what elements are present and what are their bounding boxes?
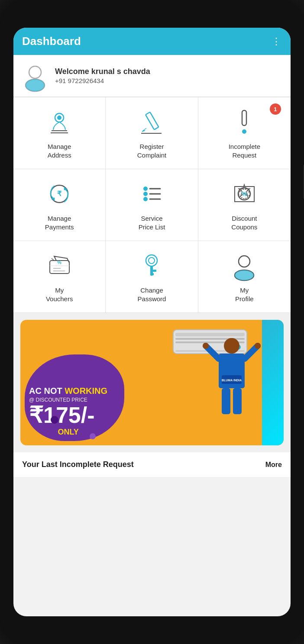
svg-rect-51 — [222, 388, 230, 414]
header: Dashboard ⋮ — [13, 28, 291, 55]
bottom-section: Your Last Incomplete Request More — [13, 452, 291, 477]
last-incomplete-title: Your Last Incomplete Request — [22, 460, 134, 469]
grid-item-manage-payments[interactable]: ₹ ManagePayments — [13, 169, 106, 241]
svg-point-43 — [224, 338, 239, 354]
header-title: Dashboard — [22, 35, 81, 48]
svg-point-14 — [143, 187, 148, 191]
svg-rect-10 — [242, 110, 246, 126]
grid-item-service-price-list[interactable]: ServicePrice List — [106, 169, 198, 241]
more-menu-button[interactable]: ⋮ — [272, 36, 282, 47]
svg-point-50 — [255, 343, 261, 349]
svg-text:BLUMA INDIA: BLUMA INDIA — [222, 379, 242, 382]
user-phone: +91 9722926434 — [55, 77, 150, 84]
worker-figure: BLUMA INDIA — [204, 337, 260, 434]
svg-point-49 — [203, 343, 209, 349]
svg-rect-33 — [150, 273, 154, 275]
user-section: Welcome krunal s chavda +91 9722926434 — [13, 55, 291, 97]
grid-item-change-password[interactable]: ChangePassword — [106, 241, 198, 313]
list-icon — [136, 179, 167, 209]
manage-payments-label: ManagePayments — [45, 214, 74, 231]
exclamation-icon — [229, 107, 259, 137]
banner-subtext: @ DISCOUNTED PRICE — [29, 397, 107, 403]
svg-point-11 — [242, 129, 246, 134]
svg-text:%: % — [57, 260, 61, 265]
rupee-cycle-icon: ₹ — [44, 179, 74, 209]
my-profile-label: MyProfile — [235, 286, 254, 303]
grid-item-incomplete-request[interactable]: 1 IncompleteRequest — [198, 97, 291, 169]
user-name: Welcome krunal s chavda — [55, 67, 150, 76]
my-vouchers-label: MyVouchers — [46, 286, 73, 303]
avatar — [22, 63, 48, 89]
svg-rect-52 — [233, 388, 242, 414]
register-complaint-label: RegisterComplaint — [137, 142, 167, 159]
banner-price: ₹175/- — [29, 403, 107, 428]
svg-point-18 — [143, 197, 148, 201]
phone-frame: Dashboard ⋮ Welcome krunal s chavda +91 … — [0, 0, 304, 644]
svg-point-34 — [239, 256, 250, 267]
svg-rect-7 — [146, 112, 158, 130]
profile-icon — [229, 251, 259, 281]
discount-coupons-label: DiscountCoupons — [231, 214, 257, 231]
svg-point-16 — [143, 192, 148, 196]
svg-text:%: % — [242, 190, 247, 197]
svg-point-29 — [146, 255, 157, 266]
key-icon — [136, 251, 167, 281]
pencil-icon — [136, 107, 167, 137]
banner-only: ONLY — [29, 428, 107, 437]
svg-point-0 — [29, 66, 41, 78]
dashboard-grid: ManageAddress RegisterComplaint 1 — [13, 97, 291, 313]
manage-address-label: ManageAddress — [48, 142, 71, 159]
more-button[interactable]: More — [265, 461, 282, 469]
grid-item-manage-address[interactable]: ManageAddress — [13, 97, 106, 169]
svg-point-2 — [26, 79, 45, 91]
grid-item-discount-coupons[interactable]: % DiscountCoupons — [198, 169, 291, 241]
incomplete-badge: 1 — [270, 103, 281, 115]
user-info: Welcome krunal s chavda +91 9722926434 — [55, 67, 150, 84]
banner-headline: AC NOT WORKING — [29, 386, 107, 396]
svg-point-4 — [57, 116, 61, 120]
banner-side-accent — [262, 320, 284, 445]
change-password-label: ChangePassword — [138, 286, 166, 303]
banner-circle-2 — [90, 433, 96, 439]
voucher-icon: % — [44, 251, 74, 281]
banner-card[interactable]: BLUMA INDIA AC NOT WO — [20, 320, 284, 445]
banner-section: BLUMA INDIA AC NOT WO — [13, 313, 291, 452]
grid-item-register-complaint[interactable]: RegisterComplaint — [106, 97, 198, 169]
grid-item-my-vouchers[interactable]: % MyVouchers — [13, 241, 106, 313]
coupon-icon: % — [229, 179, 259, 209]
banner-text: AC NOT WORKING @ DISCOUNTED PRICE ₹175/-… — [29, 386, 107, 437]
svg-rect-38 — [175, 333, 245, 336]
svg-rect-32 — [153, 270, 156, 272]
grid-item-my-profile[interactable]: MyProfile — [198, 241, 291, 313]
incomplete-request-label: IncompleteRequest — [229, 142, 260, 159]
location-pin-icon — [44, 107, 74, 137]
phone-screen: Dashboard ⋮ Welcome krunal s chavda +91 … — [13, 28, 291, 616]
svg-text:₹: ₹ — [57, 190, 62, 197]
service-price-list-label: ServicePrice List — [139, 214, 165, 231]
banner-circle-1 — [51, 416, 58, 424]
svg-point-36 — [235, 270, 254, 280]
svg-point-30 — [149, 258, 155, 264]
